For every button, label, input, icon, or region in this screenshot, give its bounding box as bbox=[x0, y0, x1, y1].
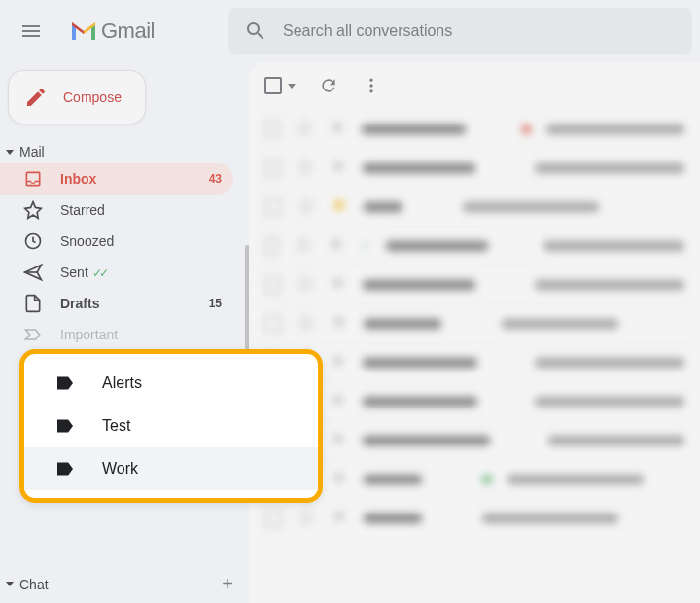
star-icon[interactable] bbox=[298, 313, 315, 335]
svg-point-4 bbox=[369, 89, 372, 92]
important-icon[interactable] bbox=[331, 508, 348, 529]
file-icon bbox=[23, 294, 43, 313]
sender-text bbox=[363, 163, 475, 173]
caret-down-icon bbox=[6, 582, 14, 586]
sidebar-item-label: Inbox bbox=[60, 171, 192, 187]
green-indicator-icon bbox=[482, 475, 492, 484]
important-icon[interactable] bbox=[331, 196, 348, 218]
clock-icon bbox=[23, 231, 43, 251]
search-bar[interactable] bbox=[228, 8, 692, 54]
subject-text bbox=[535, 280, 684, 290]
important-icon[interactable] bbox=[330, 391, 347, 412]
label-item-alerts[interactable]: Alerts bbox=[24, 362, 318, 405]
mail-row[interactable] bbox=[249, 265, 700, 303]
sidebar-item-label: Important bbox=[60, 327, 222, 342]
sender-text bbox=[386, 241, 488, 251]
sidebar-item-starred[interactable]: Starred bbox=[0, 195, 233, 226]
svg-point-3 bbox=[369, 84, 372, 87]
main-menu-button[interactable] bbox=[8, 8, 54, 54]
mail-row[interactable]: ✓ bbox=[249, 226, 700, 265]
app-header: Gmail bbox=[0, 0, 700, 62]
mail-row[interactable] bbox=[249, 303, 700, 342]
important-icon[interactable] bbox=[331, 469, 348, 490]
green-check-icon: ✓ bbox=[361, 239, 370, 253]
compose-label: Compose bbox=[63, 89, 122, 105]
row-checkbox[interactable] bbox=[264, 510, 282, 527]
star-icon[interactable] bbox=[296, 119, 313, 140]
row-checkbox[interactable] bbox=[264, 198, 282, 216]
sender-text bbox=[364, 475, 422, 484]
select-all-checkbox[interactable] bbox=[264, 77, 296, 94]
sidebar-item-important[interactable]: Important bbox=[0, 319, 233, 350]
svg-point-2 bbox=[369, 79, 372, 82]
compose-button[interactable]: Compose bbox=[8, 70, 146, 124]
row-checkbox[interactable] bbox=[264, 315, 282, 333]
sidebar: Compose Mail Inbox43StarredSnoozedSent ✓… bbox=[0, 62, 249, 603]
row-checkbox[interactable] bbox=[264, 121, 280, 138]
subject-text bbox=[543, 241, 684, 251]
search-input[interactable] bbox=[283, 22, 677, 40]
sidebar-item-label: Snoozed bbox=[60, 233, 222, 249]
important-icon[interactable] bbox=[330, 158, 347, 179]
sender-text bbox=[363, 280, 475, 290]
checkbox-icon bbox=[264, 77, 282, 94]
red-indicator-icon bbox=[522, 124, 531, 134]
sidebar-item-sent[interactable]: Sent ✓✓ bbox=[0, 257, 233, 288]
new-chat-button[interactable]: + bbox=[222, 573, 233, 595]
mail-section-header[interactable]: Mail bbox=[0, 140, 249, 163]
search-icon bbox=[244, 19, 267, 43]
mail-row[interactable] bbox=[249, 148, 700, 187]
label-item-work[interactable]: Work bbox=[24, 447, 318, 490]
mail-toolbar bbox=[249, 62, 700, 109]
subject-text bbox=[535, 358, 684, 368]
sender-text bbox=[364, 319, 441, 329]
sidebar-item-drafts[interactable]: Drafts15 bbox=[0, 288, 233, 319]
mail-row[interactable] bbox=[249, 498, 700, 537]
label-text: Alerts bbox=[102, 374, 142, 392]
star-icon[interactable] bbox=[298, 508, 315, 529]
row-checkbox[interactable] bbox=[264, 160, 281, 177]
star-icon bbox=[23, 200, 43, 220]
sidebar-item-count: 15 bbox=[209, 297, 222, 310]
more-button[interactable] bbox=[362, 76, 381, 95]
sidebar-item-snoozed[interactable]: Snoozed bbox=[0, 226, 233, 257]
chat-section-header[interactable]: Chat + bbox=[0, 565, 249, 603]
gmail-logo-icon bbox=[70, 20, 97, 42]
star-icon[interactable] bbox=[298, 196, 315, 218]
double-check-icon: ✓✓ bbox=[92, 266, 106, 280]
label-item-test[interactable]: Test bbox=[24, 405, 318, 447]
important-icon[interactable] bbox=[331, 313, 348, 335]
refresh-button[interactable] bbox=[319, 76, 338, 95]
label-icon bbox=[55, 375, 75, 391]
mail-row[interactable] bbox=[249, 187, 700, 226]
important-icon bbox=[23, 325, 43, 344]
sender-text bbox=[364, 202, 402, 212]
pencil-icon bbox=[24, 86, 48, 109]
mail-row[interactable] bbox=[249, 109, 700, 148]
sidebar-item-label: Drafts bbox=[60, 296, 192, 311]
star-icon[interactable] bbox=[295, 235, 312, 257]
gmail-logo[interactable]: Gmail bbox=[62, 18, 162, 44]
star-icon[interactable] bbox=[297, 158, 314, 179]
sidebar-item-count: 43 bbox=[209, 172, 222, 186]
important-icon[interactable] bbox=[329, 119, 346, 140]
row-checkbox[interactable] bbox=[264, 237, 279, 255]
row-checkbox[interactable] bbox=[264, 276, 281, 294]
label-icon bbox=[55, 418, 75, 434]
important-icon[interactable] bbox=[330, 352, 347, 373]
labels-highlight-card: AlertsTestWork bbox=[19, 349, 323, 503]
important-icon[interactable] bbox=[330, 430, 347, 451]
sidebar-item-label: Starred bbox=[60, 202, 222, 218]
important-icon[interactable] bbox=[330, 274, 347, 296]
sidebar-item-inbox[interactable]: Inbox43 bbox=[0, 163, 233, 195]
important-icon[interactable] bbox=[328, 235, 345, 257]
app-name: Gmail bbox=[101, 18, 155, 44]
star-icon[interactable] bbox=[297, 274, 314, 296]
caret-down-icon bbox=[6, 150, 14, 155]
sender-text bbox=[363, 397, 477, 407]
sender-text bbox=[364, 514, 422, 523]
subject-text bbox=[482, 514, 618, 523]
label-text: Test bbox=[102, 417, 130, 435]
hamburger-icon bbox=[19, 19, 43, 43]
label-icon bbox=[55, 461, 75, 477]
